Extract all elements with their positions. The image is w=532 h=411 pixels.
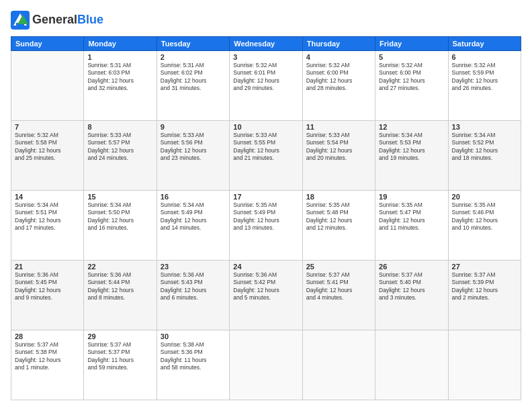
- day-info: Sunrise: 5:31 AMSunset: 6:02 PMDaylight:…: [161, 62, 226, 93]
- day-number: 17: [233, 193, 298, 201]
- calendar-cell: [11, 51, 84, 121]
- day-info: Sunrise: 5:37 AMSunset: 5:40 PMDaylight:…: [379, 271, 444, 302]
- day-info: Sunrise: 5:37 AMSunset: 5:39 PMDaylight:…: [452, 271, 517, 302]
- calendar-cell: 3Sunrise: 5:32 AMSunset: 6:01 PMDaylight…: [230, 51, 302, 121]
- day-info: Sunrise: 5:32 AMSunset: 6:00 PMDaylight:…: [306, 62, 371, 93]
- weekday-header-row: SundayMondayTuesdayWednesdayThursdayFrid…: [11, 37, 521, 51]
- day-number: 24: [233, 263, 298, 271]
- calendar-cell: 20Sunrise: 5:35 AMSunset: 5:46 PMDayligh…: [448, 191, 521, 261]
- day-number: 26: [379, 263, 444, 271]
- day-number: 30: [161, 332, 226, 340]
- day-number: 29: [87, 332, 152, 340]
- calendar-cell: [448, 330, 521, 400]
- calendar-cell: 27Sunrise: 5:37 AMSunset: 5:39 PMDayligh…: [448, 261, 521, 330]
- calendar-cell: 22Sunrise: 5:36 AMSunset: 5:44 PMDayligh…: [84, 261, 157, 330]
- day-number: 5: [379, 53, 444, 61]
- day-number: 9: [161, 123, 226, 131]
- calendar-cell: 5Sunrise: 5:32 AMSunset: 6:00 PMDaylight…: [375, 51, 448, 121]
- day-info: Sunrise: 5:38 AMSunset: 5:36 PMDaylight:…: [161, 341, 226, 372]
- day-number: 28: [15, 332, 80, 340]
- day-number: 2: [161, 53, 226, 61]
- calendar-cell: [375, 330, 448, 400]
- weekday-sunday: Sunday: [11, 37, 84, 51]
- day-info: Sunrise: 5:35 AMSunset: 5:48 PMDaylight:…: [306, 201, 371, 232]
- day-info: Sunrise: 5:32 AMSunset: 6:00 PMDaylight:…: [379, 62, 444, 93]
- calendar-cell: 2Sunrise: 5:31 AMSunset: 6:02 PMDaylight…: [157, 51, 229, 121]
- calendar-cell: 30Sunrise: 5:38 AMSunset: 5:36 PMDayligh…: [157, 330, 229, 400]
- calendar-cell: 17Sunrise: 5:35 AMSunset: 5:49 PMDayligh…: [230, 191, 302, 261]
- day-info: Sunrise: 5:36 AMSunset: 5:44 PMDaylight:…: [87, 271, 152, 302]
- day-info: Sunrise: 5:36 AMSunset: 5:42 PMDaylight:…: [233, 271, 298, 302]
- day-info: Sunrise: 5:37 AMSunset: 5:37 PMDaylight:…: [87, 341, 152, 372]
- calendar-body: 1Sunrise: 5:31 AMSunset: 6:03 PMDaylight…: [11, 51, 521, 400]
- calendar-cell: 21Sunrise: 5:36 AMSunset: 5:45 PMDayligh…: [11, 261, 84, 330]
- day-info: Sunrise: 5:35 AMSunset: 5:49 PMDaylight:…: [233, 201, 298, 232]
- day-number: 21: [15, 263, 80, 271]
- calendar-cell: 7Sunrise: 5:32 AMSunset: 5:58 PMDaylight…: [11, 121, 84, 191]
- day-info: Sunrise: 5:34 AMSunset: 5:52 PMDaylight:…: [452, 132, 517, 163]
- day-number: 23: [161, 263, 226, 271]
- logo: GeneralBlue: [11, 11, 103, 30]
- day-number: 18: [306, 193, 371, 201]
- calendar-table: SundayMondayTuesdayWednesdayThursdayFrid…: [11, 36, 521, 400]
- calendar-cell: 10Sunrise: 5:33 AMSunset: 5:55 PMDayligh…: [230, 121, 302, 191]
- day-info: Sunrise: 5:32 AMSunset: 6:01 PMDaylight:…: [233, 62, 298, 93]
- day-number: 14: [15, 193, 80, 201]
- day-info: Sunrise: 5:32 AMSunset: 5:58 PMDaylight:…: [15, 132, 80, 163]
- calendar-cell: 26Sunrise: 5:37 AMSunset: 5:40 PMDayligh…: [375, 261, 448, 330]
- day-info: Sunrise: 5:33 AMSunset: 5:57 PMDaylight:…: [87, 132, 152, 163]
- day-number: 20: [452, 193, 517, 201]
- calendar-cell: 6Sunrise: 5:32 AMSunset: 5:59 PMDaylight…: [448, 51, 521, 121]
- day-info: Sunrise: 5:34 AMSunset: 5:49 PMDaylight:…: [161, 201, 226, 232]
- day-info: Sunrise: 5:33 AMSunset: 5:56 PMDaylight:…: [161, 132, 226, 163]
- day-info: Sunrise: 5:34 AMSunset: 5:53 PMDaylight:…: [379, 132, 444, 163]
- calendar-cell: 9Sunrise: 5:33 AMSunset: 5:56 PMDaylight…: [157, 121, 229, 191]
- day-number: 6: [452, 53, 517, 61]
- day-info: Sunrise: 5:36 AMSunset: 5:45 PMDaylight:…: [15, 271, 80, 302]
- weekday-thursday: Thursday: [302, 37, 375, 51]
- calendar-cell: 8Sunrise: 5:33 AMSunset: 5:57 PMDaylight…: [84, 121, 157, 191]
- page: GeneralBlue SundayMondayTuesdayWednesday…: [0, 0, 532, 411]
- day-number: 10: [233, 123, 298, 131]
- day-info: Sunrise: 5:36 AMSunset: 5:43 PMDaylight:…: [161, 271, 226, 302]
- day-number: 12: [379, 123, 444, 131]
- day-number: 27: [452, 263, 517, 271]
- week-row-2: 7Sunrise: 5:32 AMSunset: 5:58 PMDaylight…: [11, 121, 521, 191]
- day-info: Sunrise: 5:32 AMSunset: 5:59 PMDaylight:…: [452, 62, 517, 93]
- calendar-cell: 15Sunrise: 5:34 AMSunset: 5:50 PMDayligh…: [84, 191, 157, 261]
- day-info: Sunrise: 5:35 AMSunset: 5:47 PMDaylight:…: [379, 201, 444, 232]
- calendar-cell: 19Sunrise: 5:35 AMSunset: 5:47 PMDayligh…: [375, 191, 448, 261]
- calendar-cell: 28Sunrise: 5:37 AMSunset: 5:38 PMDayligh…: [11, 330, 84, 400]
- weekday-saturday: Saturday: [448, 37, 521, 51]
- day-number: 8: [87, 123, 152, 131]
- day-info: Sunrise: 5:31 AMSunset: 6:03 PMDaylight:…: [87, 62, 152, 93]
- calendar-cell: 18Sunrise: 5:35 AMSunset: 5:48 PMDayligh…: [302, 191, 375, 261]
- weekday-monday: Monday: [84, 37, 157, 51]
- calendar-cell: 25Sunrise: 5:37 AMSunset: 5:41 PMDayligh…: [302, 261, 375, 330]
- calendar-cell: 11Sunrise: 5:33 AMSunset: 5:54 PMDayligh…: [302, 121, 375, 191]
- weekday-friday: Friday: [375, 37, 448, 51]
- calendar-cell: 1Sunrise: 5:31 AMSunset: 6:03 PMDaylight…: [84, 51, 157, 121]
- weekday-tuesday: Tuesday: [157, 37, 229, 51]
- week-row-1: 1Sunrise: 5:31 AMSunset: 6:03 PMDaylight…: [11, 51, 521, 121]
- calendar-cell: 13Sunrise: 5:34 AMSunset: 5:52 PMDayligh…: [448, 121, 521, 191]
- header: GeneralBlue: [11, 11, 521, 30]
- week-row-4: 21Sunrise: 5:36 AMSunset: 5:45 PMDayligh…: [11, 261, 521, 330]
- day-number: 3: [233, 53, 298, 61]
- day-info: Sunrise: 5:34 AMSunset: 5:51 PMDaylight:…: [15, 201, 80, 232]
- week-row-5: 28Sunrise: 5:37 AMSunset: 5:38 PMDayligh…: [11, 330, 521, 400]
- calendar-cell: 29Sunrise: 5:37 AMSunset: 5:37 PMDayligh…: [84, 330, 157, 400]
- day-info: Sunrise: 5:35 AMSunset: 5:46 PMDaylight:…: [452, 201, 517, 232]
- day-number: 11: [306, 123, 371, 131]
- day-number: 1: [87, 53, 152, 61]
- day-number: 22: [87, 263, 152, 271]
- day-info: Sunrise: 5:37 AMSunset: 5:38 PMDaylight:…: [15, 341, 80, 372]
- day-number: 16: [161, 193, 226, 201]
- calendar-cell: 12Sunrise: 5:34 AMSunset: 5:53 PMDayligh…: [375, 121, 448, 191]
- week-row-3: 14Sunrise: 5:34 AMSunset: 5:51 PMDayligh…: [11, 191, 521, 261]
- day-number: 4: [306, 53, 371, 61]
- day-number: 19: [379, 193, 444, 201]
- day-info: Sunrise: 5:33 AMSunset: 5:54 PMDaylight:…: [306, 132, 371, 163]
- day-number: 7: [15, 123, 80, 131]
- calendar-cell: 16Sunrise: 5:34 AMSunset: 5:49 PMDayligh…: [157, 191, 229, 261]
